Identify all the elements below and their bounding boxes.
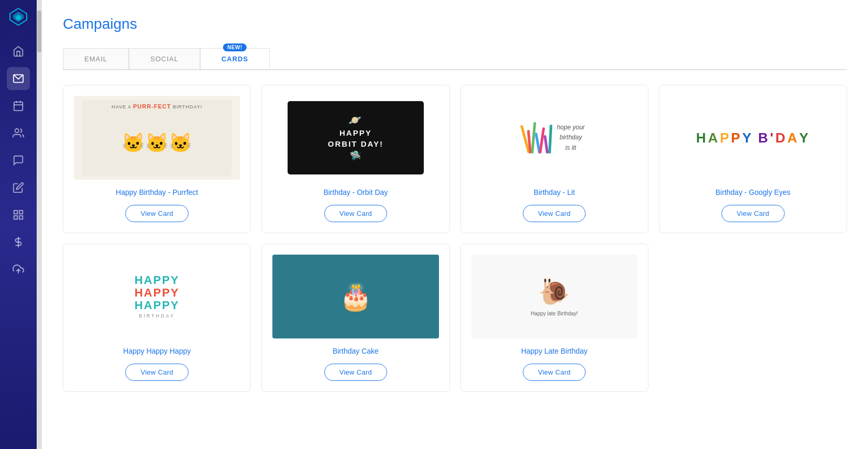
sidebar-item-campaigns[interactable] — [7, 67, 30, 90]
sidebar-item-upload[interactable] — [7, 258, 30, 281]
svg-rect-4 — [14, 102, 23, 111]
new-badge: New! — [223, 43, 247, 51]
card-image-purrfect: HAVE A PURR-FECT BIRTHDAY! 🐱🐱🐱 — [74, 96, 240, 180]
main-content: Campaigns EMAIL SOCIAL New! CARDS HAVE A… — [42, 0, 868, 449]
card-title-purrfect: Happy Birthday - Purrfect — [116, 188, 198, 196]
svg-rect-10 — [19, 211, 23, 214]
card-title-orbit: Birthday - Orbit Day — [323, 188, 388, 196]
card-image-cake: 🎂 — [272, 255, 438, 338]
sidebar-item-billing[interactable] — [7, 231, 30, 254]
card-lit: hope yourbirthdayis lit Birthday - Lit V… — [460, 85, 649, 233]
tab-social[interactable]: SOCIAL — [129, 48, 200, 69]
view-card-button-happy-happy[interactable]: View Card — [125, 364, 188, 381]
sidebar-item-chat[interactable] — [7, 149, 30, 172]
svg-rect-12 — [19, 216, 23, 219]
sidebar-item-contacts[interactable] — [7, 122, 30, 145]
view-card-button-cake[interactable]: View Card — [324, 364, 387, 381]
card-image-lit: hope yourbirthdayis lit — [471, 96, 638, 180]
card-title-googly: Birthday - Googly Eyes — [716, 188, 790, 196]
svg-rect-11 — [14, 216, 17, 219]
svg-point-8 — [15, 129, 19, 133]
card-snail: 🐌 Happy late Birthday! Happy Late Birthd… — [460, 244, 649, 392]
sidebar — [0, 0, 37, 449]
card-title-snail: Happy Late Birthday — [521, 347, 588, 355]
scroll-thumb[interactable] — [37, 10, 41, 52]
cards-grid: HAVE A PURR-FECT BIRTHDAY! 🐱🐱🐱 Happy Bir… — [63, 85, 847, 392]
app-logo[interactable] — [8, 6, 29, 27]
view-card-button-snail[interactable]: View Card — [523, 364, 586, 381]
svg-rect-9 — [14, 211, 17, 214]
card-image-happy: HAPPY HAPPY HAPPY BIRTHDAY — [74, 255, 240, 338]
sidebar-item-calendar[interactable] — [7, 94, 30, 117]
tab-cards[interactable]: New! CARDS — [200, 48, 270, 69]
card-image-orbit: 🪐 HAPPYORBIT DAY! 🛸 — [272, 96, 438, 180]
tabs-container: EMAIL SOCIAL New! CARDS — [63, 48, 847, 70]
card-cake: 🎂 Birthday Cake View Card — [261, 244, 449, 392]
view-card-button-lit[interactable]: View Card — [523, 205, 586, 222]
card-happy-happy: HAPPY HAPPY HAPPY BIRTHDAY Happy Happy H… — [63, 244, 251, 392]
card-title-cake: Birthday Cake — [333, 347, 379, 355]
sidebar-item-org[interactable] — [7, 203, 30, 226]
card-image-googly: HAPPY B'DAY — [670, 96, 836, 180]
view-card-button-purrfect[interactable]: View Card — [125, 205, 188, 222]
card-orbit-day: 🪐 HAPPYORBIT DAY! 🛸 Birthday - Orbit Day… — [261, 85, 449, 233]
card-purrfect: HAVE A PURR-FECT BIRTHDAY! 🐱🐱🐱 Happy Bir… — [63, 85, 251, 233]
view-card-button-orbit[interactable]: View Card — [324, 205, 387, 222]
scrollbar[interactable] — [37, 0, 42, 449]
page-title: Campaigns — [63, 16, 847, 32]
sidebar-item-home[interactable] — [7, 40, 30, 63]
view-card-button-googly[interactable]: View Card — [721, 205, 784, 222]
card-googly-eyes: HAPPY B'DAY Birthday - Googly Eyes View … — [659, 85, 847, 233]
card-image-snail: 🐌 Happy late Birthday! — [471, 255, 638, 338]
tab-email[interactable]: EMAIL — [63, 48, 129, 69]
card-title-lit: Birthday - Lit — [534, 188, 575, 196]
card-title-happy-happy: Happy Happy Happy — [123, 347, 191, 355]
sidebar-item-edit[interactable] — [7, 176, 30, 199]
